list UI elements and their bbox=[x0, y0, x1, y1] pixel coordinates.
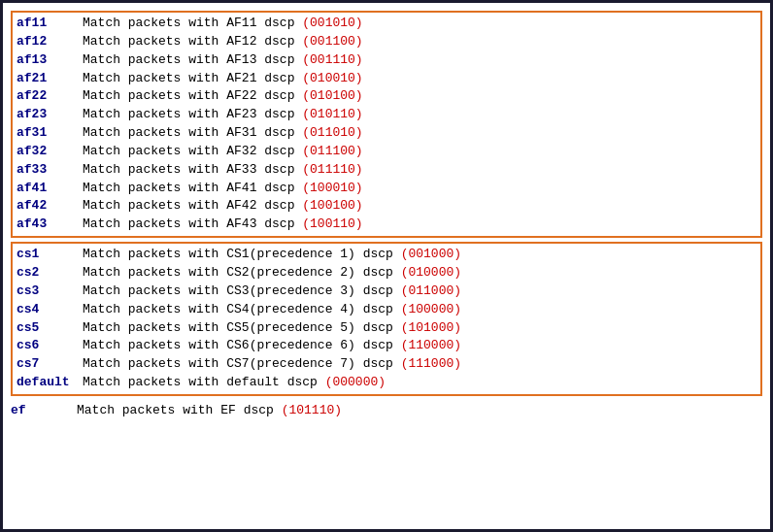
af-entry-af12: af12Match packets with AF12 dscp (001100… bbox=[17, 33, 756, 51]
af-entry-af11: af11Match packets with AF11 dscp (001010… bbox=[17, 15, 756, 33]
entry-val: (111000) bbox=[401, 356, 461, 371]
cs-entry-cs7: cs7Match packets with CS7(precedence 7) … bbox=[17, 355, 756, 374]
entry-code: af41 bbox=[17, 180, 83, 198]
entry-code: ef bbox=[11, 402, 77, 420]
cs-entry-cs3: cs3Match packets with CS3(precedence 3) … bbox=[17, 283, 756, 301]
af-entry-af42: af42Match packets with AF42 dscp (100100… bbox=[17, 197, 756, 216]
terminal-window: af11Match packets with AF11 dscp (001010… bbox=[3, 3, 770, 529]
entry-val: (101000) bbox=[401, 320, 461, 335]
entry-desc: Match packets with AF41 dscp bbox=[83, 181, 302, 195]
entry-code: af22 bbox=[17, 87, 83, 106]
af-entry-af41: af41Match packets with AF41 dscp (100010… bbox=[17, 180, 756, 198]
entry-val: (001010) bbox=[302, 16, 362, 30]
entry-code: cs2 bbox=[17, 264, 83, 283]
entry-code: af11 bbox=[17, 15, 83, 33]
entry-code: af13 bbox=[17, 51, 83, 70]
cs-entry-cs6: cs6Match packets with CS6(precedence 6) … bbox=[17, 337, 756, 355]
af-entry-af21: af21Match packets with AF21 dscp (010010… bbox=[17, 70, 756, 88]
entry-val: (010000) bbox=[401, 265, 461, 280]
entry-desc: Match packets with CS4(precedence 4) dsc… bbox=[83, 302, 401, 316]
cs-entry-cs2: cs2Match packets with CS2(precedence 2) … bbox=[17, 264, 756, 283]
entry-code: cs6 bbox=[17, 337, 83, 355]
entry-code: af32 bbox=[17, 143, 83, 161]
entry-val: (110000) bbox=[401, 338, 461, 352]
cs-entry-cs5: cs5Match packets with CS5(precedence 5) … bbox=[17, 319, 756, 338]
entry-desc: Match packets with CS6(precedence 6) dsc… bbox=[83, 338, 401, 352]
entry-desc: Match packets with CS1(precedence 1) dsc… bbox=[83, 247, 401, 261]
entry-val: (011000) bbox=[401, 283, 461, 298]
entry-code: af31 bbox=[17, 124, 83, 143]
entry-code: cs5 bbox=[17, 319, 83, 338]
entry-desc: Match packets with AF43 dscp bbox=[83, 216, 302, 231]
entry-val: (001100) bbox=[302, 34, 362, 49]
af-entry-af13: af13Match packets with AF13 dscp (001110… bbox=[17, 51, 756, 70]
entry-desc: Match packets with AF22 dscp bbox=[83, 88, 302, 103]
entry-code: af43 bbox=[17, 216, 83, 234]
cs-entry-cs4: cs4Match packets with CS4(precedence 4) … bbox=[17, 301, 756, 319]
af-entry-af33: af33Match packets with AF33 dscp (011110… bbox=[17, 161, 756, 180]
cs-entries-box: cs1Match packets with CS1(precedence 1) … bbox=[11, 242, 762, 396]
entry-desc: Match packets with CS7(precedence 7) dsc… bbox=[83, 356, 401, 371]
entry-val: (010110) bbox=[302, 107, 362, 121]
content-area: af11Match packets with AF11 dscp (001010… bbox=[11, 11, 762, 420]
af-entry-af22: af22Match packets with AF22 dscp (010100… bbox=[17, 87, 756, 106]
entry-val: (100010) bbox=[302, 181, 362, 195]
af-entry-af31: af31Match packets with AF31 dscp (011010… bbox=[17, 124, 756, 143]
entry-desc: Match packets with AF11 dscp bbox=[83, 16, 302, 30]
entry-val: (010010) bbox=[302, 71, 362, 85]
entry-desc: Match packets with AF13 dscp bbox=[83, 52, 302, 67]
entry-val: (011110) bbox=[302, 162, 362, 177]
entry-val: (100000) bbox=[401, 302, 461, 316]
entry-val: (001110) bbox=[302, 52, 362, 67]
entry-desc: Match packets with AF33 dscp bbox=[83, 162, 302, 177]
entry-code: af23 bbox=[17, 106, 83, 124]
ef-entry-line: efMatch packets with EF dscp (101110) bbox=[11, 402, 762, 420]
entry-val: (011010) bbox=[302, 125, 362, 140]
entry-desc: Match packets with AF12 dscp bbox=[83, 34, 302, 49]
entry-code: cs7 bbox=[17, 355, 83, 374]
entry-val: (101110) bbox=[282, 403, 342, 417]
entry-code: af42 bbox=[17, 197, 83, 216]
af-entries-box: af11Match packets with AF11 dscp (001010… bbox=[11, 11, 762, 238]
af-entry-af32: af32Match packets with AF32 dscp (011100… bbox=[17, 143, 756, 161]
cs-entry-default: defaultMatch packets with default dscp (… bbox=[17, 374, 756, 392]
entry-val: (011100) bbox=[302, 144, 362, 158]
entry-desc: Match packets with EF dscp bbox=[77, 403, 282, 417]
entry-code: af21 bbox=[17, 70, 83, 88]
entry-desc: Match packets with AF42 dscp bbox=[83, 198, 302, 213]
af-entry-af43: af43Match packets with AF43 dscp (100110… bbox=[17, 216, 756, 234]
entry-val: (001000) bbox=[401, 247, 461, 261]
entry-val: (000000) bbox=[325, 375, 386, 389]
entry-code: default bbox=[17, 374, 83, 392]
entry-code: cs4 bbox=[17, 301, 83, 319]
cs-entry-cs1: cs1Match packets with CS1(precedence 1) … bbox=[17, 246, 756, 264]
entry-desc: Match packets with AF32 dscp bbox=[83, 144, 302, 158]
entry-code: af12 bbox=[17, 33, 83, 51]
entry-desc: Match packets with CS3(precedence 3) dsc… bbox=[83, 283, 401, 298]
entry-desc: Match packets with default dscp bbox=[83, 375, 325, 389]
entry-val: (100110) bbox=[302, 216, 362, 231]
entry-desc: Match packets with AF31 dscp bbox=[83, 125, 302, 140]
af-entry-af23: af23Match packets with AF23 dscp (010110… bbox=[17, 106, 756, 124]
entry-desc: Match packets with AF23 dscp bbox=[83, 107, 302, 121]
entry-code: cs1 bbox=[17, 246, 83, 264]
entry-code: cs3 bbox=[17, 283, 83, 301]
entry-val: (010100) bbox=[302, 88, 362, 103]
entry-val: (100100) bbox=[302, 198, 362, 213]
entry-desc: Match packets with CS5(precedence 5) dsc… bbox=[83, 320, 401, 335]
entry-code: af33 bbox=[17, 161, 83, 180]
entry-desc: Match packets with CS2(precedence 2) dsc… bbox=[83, 265, 401, 280]
entry-desc: Match packets with AF21 dscp bbox=[83, 71, 302, 85]
